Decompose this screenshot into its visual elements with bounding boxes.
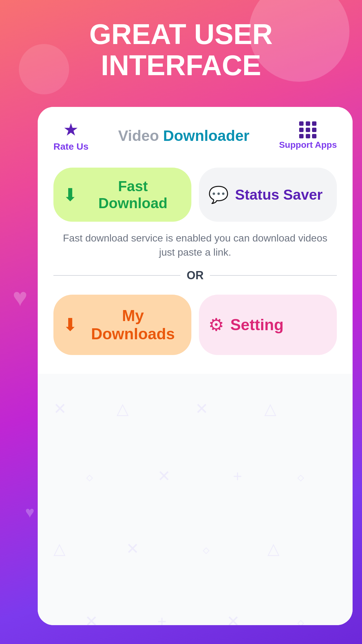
or-divider: OR [53, 269, 337, 282]
p14: + [157, 612, 167, 625]
star-icon: ★ [63, 119, 79, 140]
p15: ✕ [227, 612, 240, 625]
main-card: ★ Rate Us Video Downloader Support Apps [38, 107, 353, 625]
bg-heart-1: ♥ [13, 283, 28, 312]
header-text: GREAT USER INTERFACE [0, 19, 362, 81]
app-title-video: Video [118, 127, 159, 144]
p1: ✕ [53, 400, 67, 418]
support-apps-section[interactable]: Support Apps [279, 121, 337, 150]
fast-download-label: Fast Download [84, 178, 182, 212]
status-saver-label: Status Saver [235, 186, 323, 203]
app-title: Video Downloader [118, 127, 250, 144]
or-text: OR [187, 269, 204, 282]
p8: ⬦ [296, 467, 305, 485]
buttons-row-1: ⬇ Fast Download 💬 Status Saver [53, 168, 337, 222]
status-saver-button[interactable]: 💬 Status Saver [199, 168, 337, 222]
p2: △ [117, 400, 129, 418]
p16: ⬦ [296, 612, 305, 625]
gear-icon: ⚙ [208, 314, 224, 335]
p11: ⬦ [201, 540, 211, 558]
bg-heart-2: ♥ [25, 503, 35, 521]
app-title-downloader: Downloader [163, 127, 250, 144]
chat-icon: 💬 [208, 185, 229, 204]
setting-button[interactable]: ⚙ Setting [199, 295, 337, 355]
description-text: Fast download service is enabled you can… [53, 231, 337, 259]
p5: ⬦ [85, 467, 94, 485]
p3: ✕ [195, 400, 208, 418]
setting-label: Setting [230, 316, 283, 334]
buttons-row-2: ⬇ My Downloads ⚙ Setting [53, 295, 337, 355]
header-line1: GREAT USER [19, 19, 343, 50]
p7: + [233, 467, 242, 485]
p13: ✕ [85, 612, 98, 625]
support-label: Support Apps [279, 140, 337, 150]
card-top: ★ Rate Us Video Downloader Support Apps [38, 107, 353, 374]
or-line-left [53, 275, 180, 276]
my-downloads-button[interactable]: ⬇ My Downloads [53, 295, 191, 355]
pattern-symbols: ✕ △ ✕ △ ⬦ ✕ + ⬦ △ ✕ ⬦ △ ✕ + ✕ ⬦ △ ⬦ ✕ △ … [38, 374, 353, 625]
download-icon: ⬇ [63, 185, 78, 205]
p6: ✕ [157, 467, 171, 485]
my-downloads-icon: ⬇ [63, 314, 78, 335]
app-header-row: ★ Rate Us Video Downloader Support Apps [53, 119, 337, 152]
fast-download-button[interactable]: ⬇ Fast Download [53, 168, 191, 222]
rate-us-label: Rate Us [53, 141, 89, 152]
p12: △ [267, 540, 279, 558]
or-line-right [210, 275, 337, 276]
p10: ✕ [126, 540, 139, 558]
my-downloads-label: My Downloads [84, 307, 182, 343]
grid-icon [299, 121, 316, 138]
p9: △ [53, 540, 65, 558]
rate-us-section[interactable]: ★ Rate Us [53, 119, 89, 152]
header-line2: INTERFACE [19, 50, 343, 81]
card-lower: ✕ △ ✕ △ ⬦ ✕ + ⬦ △ ✕ ⬦ △ ✕ + ✕ ⬦ △ ⬦ ✕ △ … [38, 374, 353, 625]
p4: △ [264, 400, 276, 418]
